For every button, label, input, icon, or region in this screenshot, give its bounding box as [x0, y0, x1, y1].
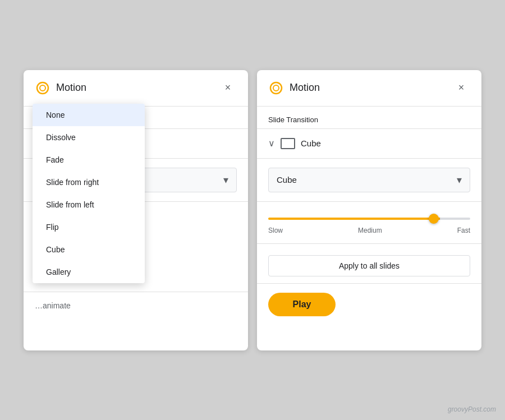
- right-panel: Motion × Slide Transition ∨ Cube Cube ▾: [257, 70, 481, 350]
- right-chevron-icon: ∨: [268, 138, 275, 149]
- dropdown-option-gallery[interactable]: Gallery: [33, 261, 145, 283]
- speed-slider-track[interactable]: [268, 218, 470, 220]
- watermark: groovyPost.com: [448, 405, 496, 413]
- dropdown-option-slide-left[interactable]: Slide from left: [33, 193, 145, 216]
- dropdown-option-none[interactable]: None: [33, 104, 145, 126]
- left-panel-header-left: Motion: [35, 80, 86, 96]
- right-dropdown-value: Cube: [277, 175, 297, 184]
- motion-icon-right: [268, 80, 284, 96]
- right-transition-row: ∨ Cube: [257, 129, 481, 159]
- left-panel-header: Motion ×: [24, 70, 248, 107]
- left-dropdown-arrow-icon: ▾: [223, 174, 228, 186]
- slider-medium-label: Medium: [358, 227, 382, 234]
- right-dropdown-arrow-icon: ▾: [457, 174, 462, 186]
- dropdown-option-dissolve[interactable]: Dissolve: [33, 126, 145, 149]
- right-panel-header: Motion ×: [257, 70, 481, 107]
- speed-slider-thumb[interactable]: [429, 214, 439, 224]
- dropdown-option-flip[interactable]: Flip: [33, 216, 145, 238]
- dropdown-option-cube[interactable]: Cube: [33, 238, 145, 261]
- right-dropdown-wrapper: Cube ▾: [257, 159, 481, 202]
- right-transition-name: Cube: [301, 139, 321, 148]
- left-panel-title: Motion: [56, 82, 86, 94]
- slider-fast-label: Fast: [457, 227, 470, 234]
- svg-point-2: [270, 82, 282, 94]
- motion-icon-left: [35, 80, 50, 96]
- svg-point-1: [40, 85, 45, 91]
- speed-slider-container: Slow Medium Fast: [268, 218, 470, 234]
- apply-section: Apply to all slides: [257, 244, 481, 284]
- slider-slow-label: Slow: [268, 227, 283, 234]
- play-button[interactable]: Play: [268, 293, 336, 316]
- right-panel-close-button[interactable]: ×: [452, 79, 470, 97]
- apply-to-all-slides-button[interactable]: Apply to all slides: [268, 255, 470, 276]
- right-panel-title: Motion: [290, 82, 320, 94]
- left-panel: Motion × Slide Transition ∨ None None ▾ …: [24, 70, 248, 350]
- speed-section: Slow Medium Fast: [257, 202, 481, 244]
- right-dropdown-box[interactable]: Cube ▾: [268, 168, 470, 192]
- animate-row: …animate: [24, 292, 248, 319]
- left-panel-close-button[interactable]: ×: [219, 79, 237, 97]
- left-close-icon: ×: [225, 82, 231, 94]
- right-slide-transition-label: Slide Transition: [257, 107, 481, 129]
- left-dropdown-menu: None Dissolve Fade Slide from right Slid…: [33, 104, 145, 283]
- animate-label: …animate: [35, 301, 71, 310]
- play-section: Play: [257, 284, 481, 325]
- slider-labels: Slow Medium Fast: [268, 227, 470, 234]
- dropdown-option-fade[interactable]: Fade: [33, 149, 145, 171]
- right-close-icon: ×: [458, 82, 465, 94]
- svg-point-0: [37, 82, 48, 94]
- right-panel-header-left: Motion: [268, 80, 320, 96]
- right-slide-thumbnail-icon: [281, 138, 295, 149]
- svg-point-3: [273, 85, 279, 91]
- dropdown-option-slide-right[interactable]: Slide from right: [33, 171, 145, 193]
